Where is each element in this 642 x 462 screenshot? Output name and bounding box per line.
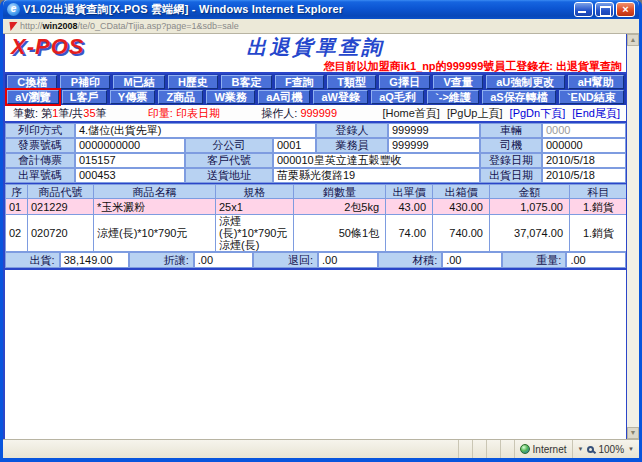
customer-value[interactable]: 000010皇英立達五穀豐收 bbox=[273, 153, 480, 168]
button-pick-date[interactable]: G擇日 bbox=[379, 75, 430, 89]
button-driver[interactable]: aA司機 bbox=[258, 90, 310, 104]
invoice-label: 發票號碼 bbox=[5, 138, 75, 153]
driver-value[interactable]: 000000 bbox=[542, 138, 626, 153]
col-name: 商品名稱 bbox=[94, 185, 216, 199]
cell-amount: 37,074.00 bbox=[490, 215, 570, 252]
nav-home[interactable]: [Home首頁] bbox=[382, 107, 439, 119]
nav-pgdn[interactable]: [PgDn下頁] bbox=[510, 107, 566, 119]
window-title: V1.02出退貨查詢[X-POS 雲端網] - Windows Internet… bbox=[23, 2, 571, 17]
voucher-value[interactable]: 015157 bbox=[75, 153, 185, 168]
vehicle-label: 車輛 bbox=[480, 123, 542, 138]
status-bar: Internet ▼ 100% ▼ bbox=[3, 439, 639, 458]
order-no-value[interactable]: 000453 bbox=[75, 168, 185, 183]
items-table: 序 商品代號 商品名稱 規格 銷數量 出單價 出箱價 金額 科目 01 0212… bbox=[5, 184, 627, 252]
cell-account: 1.銷貨 bbox=[570, 199, 628, 215]
order-no-label: 出單號碼 bbox=[5, 168, 75, 183]
cell-spec: 25x1 bbox=[216, 199, 294, 215]
button-change-file[interactable]: C換檔 bbox=[7, 75, 57, 89]
scroll-down-icon[interactable]: ▼ bbox=[627, 427, 639, 439]
nav-end[interactable]: [End尾頁] bbox=[572, 107, 620, 119]
return-value: .00 bbox=[318, 252, 378, 268]
vertical-scrollbar[interactable]: ▲ ▼ bbox=[627, 34, 639, 439]
zoom-level: 100% bbox=[598, 444, 624, 455]
driver-label: 司機 bbox=[480, 138, 542, 153]
button-query[interactable]: F查詢 bbox=[275, 75, 324, 89]
button-reprint[interactable]: P補印 bbox=[60, 75, 110, 89]
address-value[interactable]: 苗栗縣光復路19 bbox=[273, 168, 480, 183]
browser-viewport: 出退貨單查詢 X-POS 您目前以加盟商ik1_np的999999號員工登錄在:… bbox=[3, 34, 639, 439]
cell-qty: 50條1包 bbox=[294, 215, 386, 252]
button-customer[interactable]: L客戶 bbox=[62, 90, 107, 104]
button-force-edit[interactable]: aU強制更改 bbox=[486, 75, 565, 89]
page-title: 出退貨單查詢 bbox=[5, 34, 626, 61]
cell-unit-price: 43.00 bbox=[386, 199, 433, 215]
button-save-export[interactable]: aS保存轉檔 bbox=[482, 90, 556, 104]
customer-label: 客戶代號 bbox=[185, 153, 273, 168]
login-user-label: 登錄人 bbox=[316, 123, 388, 138]
print-info: 印量: 印表日期 bbox=[148, 106, 220, 121]
button-customer-order[interactable]: B客定 bbox=[221, 75, 271, 89]
button-login[interactable]: aW登錄 bbox=[313, 90, 368, 104]
page-header: 出退貨單查詢 X-POS bbox=[5, 34, 626, 59]
operator: 操作人: 999999 bbox=[261, 106, 337, 121]
cell-seq: 02 bbox=[6, 215, 28, 252]
zoom-dropdown-icon[interactable]: ▼ bbox=[628, 446, 634, 452]
volume-label: 材積: bbox=[378, 252, 443, 268]
login-user-value[interactable]: 999999 bbox=[388, 123, 480, 138]
security-zone-pane: Internet bbox=[515, 440, 573, 458]
volume-value: .00 bbox=[442, 252, 502, 268]
salesman-value[interactable]: 999999 bbox=[388, 138, 480, 153]
nav-pgup[interactable]: [PgUp上頁] bbox=[447, 107, 503, 119]
button-closed[interactable]: M已結 bbox=[113, 75, 165, 89]
items-header-row: 序 商品代號 商品名稱 規格 銷數量 出單價 出箱價 金額 科目 bbox=[6, 185, 628, 199]
close-button[interactable]: × bbox=[616, 2, 635, 17]
voucher-label: 會計傳票 bbox=[5, 153, 75, 168]
ship-total-value: 38,149.00 bbox=[60, 252, 130, 268]
button-sales[interactable]: W業務 bbox=[206, 90, 255, 104]
ship-date-label: 出貨日期 bbox=[480, 168, 542, 183]
cell-name: 涼煙(長)*10*790元 bbox=[94, 215, 216, 252]
page-blank-area bbox=[5, 270, 626, 439]
internet-zone-icon bbox=[520, 444, 530, 454]
button-help[interactable]: aH幫助 bbox=[568, 75, 625, 89]
reg-date-value[interactable]: 2010/5/18 bbox=[542, 153, 626, 168]
button-voucher[interactable]: Y傳票 bbox=[110, 90, 156, 104]
address-bar: http://win2008/te/0_CData/Tijia.asp?page… bbox=[3, 19, 639, 34]
cell-spec: 涼煙(長)*10*790元涼煙(長) bbox=[216, 215, 294, 252]
zoom-control[interactable]: ▼ 100% ▼ bbox=[573, 440, 639, 458]
totals-row: 出貨:38,149.00 折讓:.00 退回:.00 材積:.00 重量:.00 bbox=[5, 252, 626, 270]
item-row-1[interactable]: 01 021229 *玉米澱粉 25x1 2包5kg 43.00 430.00 … bbox=[6, 199, 628, 215]
toolbar-row-1: C換檔 P補印 M已結 H歷史 B客定 F查詢 T類型 G擇日 V查量 aU強制… bbox=[5, 72, 626, 90]
button-product[interactable]: Z商品 bbox=[158, 90, 203, 104]
scroll-up-icon[interactable]: ▲ bbox=[627, 34, 639, 46]
invoice-value[interactable]: 0000000000 bbox=[75, 138, 185, 153]
return-label: 退回: bbox=[253, 252, 318, 268]
button-maintain[interactable]: `->維護 bbox=[427, 90, 479, 104]
minimize-button[interactable] bbox=[574, 2, 593, 17]
weight-value: .00 bbox=[566, 252, 626, 268]
cell-code: 020720 bbox=[28, 215, 94, 252]
button-gross-profit[interactable]: aQ毛利 bbox=[371, 90, 424, 104]
browser-window: e V1.02出退貨查詢[X-POS 雲端網] - Windows Intern… bbox=[0, 0, 642, 462]
button-check-qty[interactable]: V查量 bbox=[433, 75, 483, 89]
chevron-down-icon[interactable]: ▼ bbox=[578, 446, 584, 452]
item-row-2[interactable]: 02 020720 涼煙(長)*10*790元 涼煙(長)*10*790元涼煙(… bbox=[6, 215, 628, 252]
record-status-line: 筆數: 第1筆/共35筆 印量: 印表日期 操作人: 999999 [Home首… bbox=[5, 105, 626, 121]
address-url[interactable]: http://win2008/te/0_CData/Tijia.asp?page… bbox=[20, 21, 239, 31]
print-mode-value[interactable]: 4.儲位(出貨先單) bbox=[75, 123, 316, 138]
login-notice: 您目前以加盟商ik1_np的999999號員工登錄在: 出退貨單查詢 bbox=[5, 59, 626, 72]
cell-box-price: 740.00 bbox=[433, 215, 490, 252]
button-history[interactable]: H歷史 bbox=[168, 75, 218, 89]
vehicle-value[interactable]: 0000 bbox=[542, 123, 626, 138]
ie-logo-icon: e bbox=[7, 3, 20, 16]
ship-total-label: 出貨: bbox=[5, 252, 60, 268]
ship-date-value[interactable]: 2010/5/18 bbox=[542, 168, 626, 183]
button-end[interactable]: `END結束 bbox=[559, 90, 624, 104]
cell-unit-price: 74.00 bbox=[386, 215, 433, 252]
cell-box-price: 430.00 bbox=[433, 199, 490, 215]
maximize-button[interactable] bbox=[595, 2, 614, 17]
button-browse[interactable]: aV瀏覽 bbox=[7, 90, 59, 104]
button-type[interactable]: T類型 bbox=[327, 75, 376, 89]
branch-value[interactable]: 0001 bbox=[273, 138, 316, 153]
reg-date-label: 登錄日期 bbox=[480, 153, 542, 168]
